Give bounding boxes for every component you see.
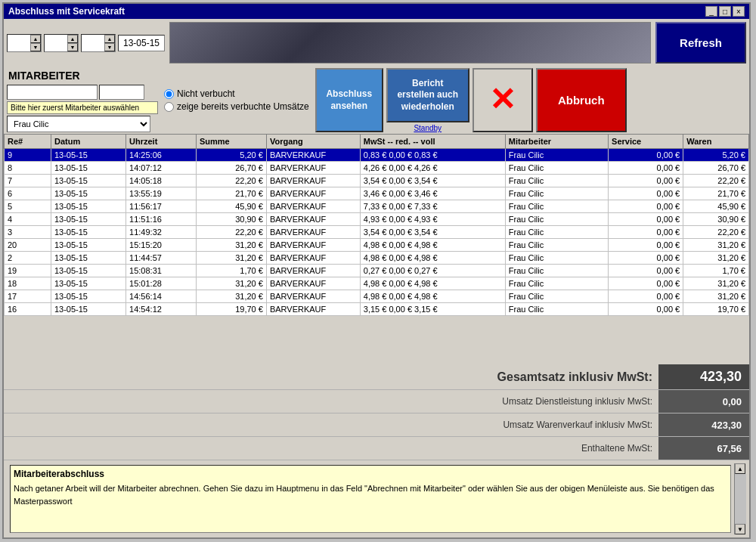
action-buttons: Abschluss ansehen Bericht erstellen auch… (315, 68, 746, 132)
col-header-summe: Summe (196, 135, 266, 149)
table-cell: 13-05-15 (51, 149, 125, 162)
table-cell: 5,20 € (196, 149, 266, 162)
hour-input[interactable]: 13 (8, 35, 30, 51)
table-cell: Frau Cilic (505, 290, 608, 303)
x-button[interactable]: ✕ (472, 68, 533, 132)
table-cell: 31,20 € (683, 252, 749, 265)
table-cell: 7 (5, 175, 51, 187)
standby-label[interactable]: Standby (414, 124, 442, 132)
waren-value: 423,30 (658, 413, 749, 436)
table-cell: 0,00 € (609, 290, 683, 303)
table-row[interactable]: 1813-05-1515:01:2831,20 €BARVERKAUF4,98 … (5, 277, 749, 290)
table-cell: 9 (5, 149, 51, 162)
table-cell: 15:01:28 (126, 277, 197, 290)
table-row[interactable]: 513-05-1511:56:1745,90 €BARVERKAUF7,33 €… (5, 200, 749, 213)
close-button[interactable]: × (733, 6, 745, 17)
table-cell: 11:56:17 (126, 200, 197, 213)
second-spinner[interactable]: 15 ▲ ▼ (81, 34, 116, 52)
employee-dropdown[interactable]: Frau Cilic (7, 116, 150, 132)
table-cell: 0,00 € (609, 277, 683, 290)
table-cell: 30,90 € (196, 213, 266, 226)
table-cell: 14:05:18 (126, 175, 197, 187)
table-row[interactable]: 1613-05-1514:54:1219,70 €BARVERKAUF3,15 … (5, 303, 749, 316)
table-cell: 4,93 € 0,00 € 4,93 € (360, 213, 505, 226)
table-row[interactable]: 2013-05-1515:15:2031,20 €BARVERKAUF4,98 … (5, 239, 749, 252)
table-cell: Frau Cilic (505, 277, 608, 290)
table-cell: 11:49:32 (126, 226, 197, 239)
name-input[interactable]: Frau Cilic (7, 85, 98, 100)
table-cell: 11:51:16 (126, 213, 197, 226)
tooltip-box: Bitte hier zuerst Mitarbeiter auswählen (7, 101, 158, 114)
table-cell: 0,00 € (609, 239, 683, 252)
table-cell: BARVERKAUF (266, 265, 360, 277)
minute-down-arrow[interactable]: ▼ (67, 43, 78, 51)
table-cell: Frau Cilic (505, 162, 608, 175)
table-cell: BARVERKAUF (266, 162, 360, 175)
table-cell: 13-05-15 (51, 239, 125, 252)
table-cell: 19 (5, 265, 51, 277)
info-scroll-down[interactable]: ▼ (735, 524, 745, 534)
table-row[interactable]: 313-05-1511:49:3222,20 €BARVERKAUF3,54 €… (5, 226, 749, 239)
table-row[interactable]: 613-05-1513:55:1921,70 €BARVERKAUF3,46 €… (5, 187, 749, 200)
table-cell: BARVERKAUF (266, 226, 360, 239)
code-input[interactable] (99, 85, 144, 100)
table-cell: 11:44:57 (126, 252, 197, 265)
table-cell: 0,27 € 0,00 € 0,27 € (360, 265, 505, 277)
table-cell: BARVERKAUF (266, 213, 360, 226)
table-cell: Frau Cilic (505, 200, 608, 213)
second-up-arrow[interactable]: ▲ (104, 35, 115, 43)
table-row[interactable]: 713-05-1514:05:1822,20 €BARVERKAUF3,54 €… (5, 175, 749, 187)
background-image-area (169, 22, 651, 63)
table-row[interactable]: 1913-05-1515:08:311,70 €BARVERKAUF0,27 €… (5, 265, 749, 277)
radio-bereits-verbucht[interactable] (164, 102, 174, 112)
table-row[interactable]: 413-05-1511:51:1630,90 €BARVERKAUF4,93 €… (5, 213, 749, 226)
table-row[interactable]: 813-05-1514:07:1226,70 €BARVERKAUF4,26 €… (5, 162, 749, 175)
info-scroll-track (735, 474, 746, 524)
table-cell: 0,00 € (609, 187, 683, 200)
table-cell: 21,70 € (683, 187, 749, 200)
col-header-re: Re# (5, 135, 51, 149)
table-cell: Frau Cilic (505, 149, 608, 162)
maximize-button[interactable]: □ (719, 6, 731, 17)
controls-row: MITARBEITER Frau Cilic Bitte hier zuerst… (4, 67, 749, 134)
hour-down-arrow[interactable]: ▼ (30, 43, 41, 51)
table-row[interactable]: 213-05-1511:44:5731,20 €BARVERKAUF4,98 €… (5, 252, 749, 265)
table-cell: 13-05-15 (51, 277, 125, 290)
table-cell: 31,20 € (683, 239, 749, 252)
service-value: 0,00 (658, 390, 749, 413)
mwst-value: 67,56 (658, 437, 749, 460)
refresh-button[interactable]: Refresh (655, 22, 746, 63)
table-row[interactable]: 1713-05-1514:56:1431,20 €BARVERKAUF4,98 … (5, 290, 749, 303)
total-label: Gesamtsatz inklusiv MwSt: (491, 366, 658, 389)
table-cell: 17 (5, 290, 51, 303)
minute-up-arrow[interactable]: ▲ (67, 35, 78, 43)
abbruch-button[interactable]: Abbruch (536, 68, 627, 132)
second-down-arrow[interactable]: ▼ (104, 43, 115, 51)
table-cell: 13-05-15 (51, 252, 125, 265)
mitarbeiter-section: MITARBEITER Frau Cilic Bitte hier zuerst… (7, 68, 158, 132)
table-cell: 13-05-15 (51, 303, 125, 316)
second-input[interactable]: 15 (82, 35, 104, 51)
bericht-button[interactable]: Bericht erstellen auch wiederholen (386, 68, 469, 122)
hour-up-arrow[interactable]: ▲ (30, 35, 41, 43)
table-cell: 18 (5, 277, 51, 290)
hour-spinner[interactable]: 13 ▲ ▼ (7, 34, 42, 52)
table-cell: 14:54:12 (126, 303, 197, 316)
minute-spinner[interactable]: 05 ▲ ▼ (44, 34, 79, 52)
radio-nicht-verbucht[interactable] (164, 89, 174, 99)
table-cell: BARVERKAUF (266, 187, 360, 200)
radio-label-1: Nicht verbucht (177, 88, 235, 99)
table-row[interactable]: 913-05-1514:25:065,20 €BARVERKAUF0,83 € … (5, 149, 749, 162)
table-cell: 31,20 € (196, 252, 266, 265)
col-header-waren: Waren (683, 135, 749, 149)
minimize-button[interactable]: _ (705, 6, 717, 17)
table-cell: 0,00 € (609, 303, 683, 316)
minute-input[interactable]: 05 (45, 35, 67, 51)
table-cell: 5,20 € (683, 149, 749, 162)
service-label: Umsatz Dienstleistung inklusiv MwSt: (496, 392, 658, 411)
table-cell: 4,98 € 0,00 € 4,98 € (360, 239, 505, 252)
table-wrapper[interactable]: Re# Datum Uhrzeit Summe Vorgang MwSt -- … (4, 134, 749, 364)
info-scroll-up[interactable]: ▲ (735, 463, 745, 474)
abschluss-button[interactable]: Abschluss ansehen (315, 68, 383, 132)
table-cell: 3,54 € 0,00 € 3,54 € (360, 226, 505, 239)
